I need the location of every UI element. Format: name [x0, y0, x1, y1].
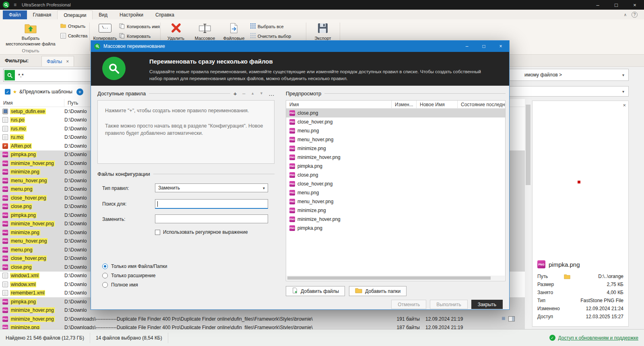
maximize-button[interactable]: □ [607, 0, 625, 10]
tab-home[interactable]: Главная [27, 10, 58, 19]
secondary-filter-combo[interactable]: ▾ [499, 86, 629, 97]
close-button[interactable]: × [625, 0, 644, 10]
tab-view[interactable]: Вид [93, 10, 114, 19]
copy-path-button[interactable]: \.. Копировать [93, 21, 118, 41]
radio-name-only[interactable]: Только имя Файла/Папки [102, 264, 167, 269]
more-options-icon[interactable]: … [268, 91, 275, 97]
export-button[interactable]: Экспорт [311, 21, 335, 41]
close-preview-icon[interactable]: × [623, 102, 626, 108]
preview-row[interactable]: close_hover.png [286, 117, 505, 126]
file-row[interactable]: minimize.pngD:\Downloads\-------------Du… [0, 323, 525, 330]
preview-column-header[interactable]: Имя [286, 101, 392, 108]
column-header-name[interactable]: Имя [0, 99, 64, 107]
collapse-ribbon-icon[interactable]: ∧ [624, 12, 627, 17]
file-name-cell: minimize_hover.png [0, 307, 64, 313]
doc-file-icon [2, 134, 8, 140]
preview-row[interactable]: menu.png [286, 188, 505, 197]
file-operations-button[interactable]: Файловые [221, 21, 247, 41]
file-row[interactable]: minimize_hover.pngD:\Downloads\---------… [0, 315, 525, 323]
rules-toolbar: + − ▲ ▼ … [233, 91, 275, 97]
detail-label: Путь [537, 274, 562, 279]
tab-file[interactable]: Файл [3, 10, 27, 19]
tab-settings[interactable]: Настройки [114, 10, 149, 19]
select-location-button[interactable]: Выбратьместоположение файла [2, 21, 59, 47]
delete-button[interactable]: Удалить [163, 21, 188, 41]
clear-selection-button[interactable]: Очистить выбор [250, 33, 291, 39]
preview-row[interactable]: menu_hover.png [286, 135, 505, 144]
config-section-label: Файлы конфигурации [97, 171, 150, 177]
open-button[interactable]: Открыть [60, 23, 85, 29]
app-logo-icon [3, 2, 9, 8]
vertical-scrollbar[interactable] [525, 99, 531, 329]
preview-row[interactable]: minimize_hover.png [286, 215, 505, 224]
file-name-cell: rus.po [0, 117, 64, 123]
updates-link[interactable]: ✓ Доступ к обновлениям и поддержке [549, 335, 638, 341]
preview-file-name: minimize.png [297, 146, 326, 151]
checkbox-checked-icon[interactable]: ✓ [5, 89, 10, 95]
scrollbar-thumb[interactable] [526, 105, 530, 185]
minimize-button[interactable]: – [588, 0, 607, 10]
search-for-input[interactable] [155, 199, 268, 209]
preview-pane-icon[interactable] [508, 316, 515, 321]
preview-row[interactable]: minimize_hover.png [286, 153, 505, 162]
regex-label: Использовать регулярное выражение [163, 229, 248, 235]
preview-row[interactable]: close_hover.png [286, 179, 505, 188]
filter-tab-files[interactable]: Файлы × [41, 56, 74, 66]
search-input[interactable] [18, 72, 83, 78]
preview-column-header[interactable]: Измен... [392, 101, 417, 108]
search-box[interactable] [3, 69, 93, 82]
tab-operations[interactable]: Операции [57, 10, 93, 19]
dialog-maximize-button[interactable]: □ [475, 41, 492, 52]
updates-link-label: Доступ к обновлениям и поддержке [558, 335, 638, 341]
add-folders-button[interactable]: Добавить папки [349, 286, 407, 296]
regex-option[interactable]: Использовать регулярное выражение [155, 229, 248, 235]
preview-row[interactable]: menu_hover.png [286, 197, 505, 206]
preview-row[interactable]: menu.png [286, 126, 505, 135]
add-files-button[interactable]: Добавить файлы [286, 286, 345, 296]
replace-with-input[interactable] [155, 214, 268, 223]
add-template-button[interactable]: + [76, 89, 83, 95]
cancel-button[interactable]: Отменить [391, 300, 426, 309]
properties-button[interactable]: Свойства [60, 33, 87, 39]
preview-column-header[interactable]: Состояние последней [458, 101, 505, 108]
radio-extension-only[interactable]: Только расширение [102, 273, 167, 278]
preview-file-name: minimize_hover.png [297, 216, 341, 222]
move-down-icon[interactable]: ▼ [260, 92, 263, 95]
radio-label: Только расширение [111, 273, 155, 278]
preview-column-header[interactable]: Новое Имя [417, 101, 458, 108]
file-date: 12.09.2024 21:19 [420, 316, 488, 322]
preview-row[interactable]: minimize.png [286, 206, 505, 215]
close-dialog-button[interactable]: Закрыть [471, 300, 503, 309]
content-search-combo[interactable]: имому файлов > ▾ [499, 69, 629, 81]
rule-type-select[interactable]: Заменить ▾ [155, 183, 268, 192]
preview-row[interactable]: minimize.png [286, 144, 505, 153]
radio-full-name[interactable]: Полное имя [102, 282, 167, 288]
add-rule-icon[interactable]: + [233, 91, 237, 97]
copy-sheets-icon [119, 23, 125, 30]
horizontal-scrollbar[interactable] [287, 276, 505, 280]
preview-row[interactable]: pimpka.png [286, 162, 505, 171]
copy-name-button[interactable]: Копировать имя [119, 23, 160, 30]
tab-help[interactable]: Справка [149, 10, 180, 19]
details-view-icon[interactable]: ≡ [502, 315, 505, 322]
execute-button[interactable]: Выполнить [430, 300, 468, 309]
scrollbar-thumb[interactable] [287, 276, 491, 280]
preview-row[interactable]: pimpka.png [286, 224, 505, 233]
dialog-close-button[interactable]: × [492, 41, 509, 52]
preview-file-name: close.png [297, 172, 318, 178]
move-up-icon[interactable]: ▲ [251, 92, 254, 95]
select-all-button[interactable]: Выбрать все [250, 23, 284, 29]
copy-button[interactable]: Копировать [119, 33, 151, 39]
copy-name-label: Копировать имя [127, 24, 160, 29]
help-icon[interactable]: ? [632, 12, 638, 18]
suggest-templates-option[interactable]: ✓ ★ &Предложить шаблоны + [0, 84, 93, 99]
dialog-minimize-button[interactable]: – [458, 41, 475, 52]
close-filter-icon[interactable]: × [66, 59, 69, 64]
mass-rename-button[interactable]: Массовое [192, 21, 217, 41]
preview-row[interactable]: close.png [286, 171, 505, 179]
preview-row[interactable]: close.png [286, 109, 505, 117]
remove-rule-icon[interactable]: − [242, 91, 246, 97]
file-name: minimize.png [10, 230, 40, 235]
quick-access-icon[interactable]: ≡ [14, 2, 17, 8]
checkbox-unchecked-icon[interactable] [155, 230, 160, 235]
